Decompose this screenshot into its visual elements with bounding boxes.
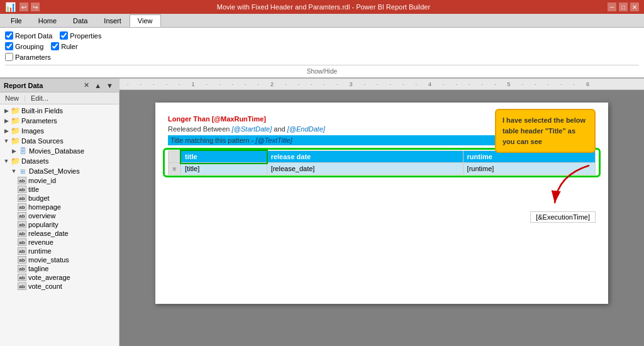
tree-parameters[interactable]: ▶ 📁 Parameters bbox=[0, 116, 119, 126]
checkbox-properties-input[interactable] bbox=[60, 31, 68, 40]
header-cell-release-date[interactable]: release date bbox=[267, 151, 463, 163]
tree-dataset-movies[interactable]: ▼ ⊞ DataSet_Movies bbox=[0, 166, 119, 176]
app-icon: 📊 bbox=[5, 2, 16, 12]
ribbon-row-1: Report Data Properties bbox=[5, 30, 639, 41]
parameters-folder-icon: 📁 bbox=[10, 116, 20, 125]
ribbon-view-content: Report Data Properties Grouping Ruler Pa… bbox=[0, 28, 644, 79]
undo-btn[interactable]: ↩ bbox=[19, 3, 28, 11]
red-arrow-indicator bbox=[545, 162, 596, 213]
sidebar-tree: ▶ 📁 Built-in Fields ▶ 📁 Parameters ▶ 📁 I… bbox=[0, 104, 119, 346]
expand-parameters-arrow: ▶ bbox=[3, 118, 10, 124]
table-container: title release date runtime ≡ bbox=[168, 150, 596, 175]
checkbox-properties[interactable]: Properties bbox=[60, 31, 101, 40]
checkbox-grouping-input[interactable] bbox=[5, 42, 13, 50]
title-bar: 📊 ↩ ↪ Movie with Fixed Header and Paramt… bbox=[0, 0, 644, 14]
ribbon-tabs: File Home Data Insert View bbox=[0, 14, 644, 28]
minimize-btn[interactable]: ─ bbox=[608, 3, 616, 11]
field-icon-vote-count: ab bbox=[18, 282, 26, 290]
execution-time-box: [&ExecutionTime] bbox=[530, 211, 596, 223]
tree-field-title[interactable]: ab title bbox=[0, 185, 119, 194]
field-icon-vote-average: ab bbox=[18, 274, 26, 281]
tree-field-popularity[interactable]: ab popularity bbox=[0, 220, 119, 229]
execution-time-row: [&ExecutionTime] bbox=[168, 211, 596, 223]
sidebar-controls: ✕ ▲ ▼ bbox=[82, 81, 115, 90]
report-data-panel: Report Data ✕ ▲ ▼ New | Edit... ▶ 📁 Buil… bbox=[0, 79, 119, 346]
canvas-area: ·····1·····2·····3·····4·····5·····6 I h… bbox=[119, 79, 644, 346]
ruler: ·····1·····2·····3·····4·····5·····6 bbox=[119, 79, 644, 90]
edit-button[interactable]: Edit... bbox=[28, 94, 51, 103]
ruler-content: ·····1·····2·····3·····4·····5·····6 bbox=[119, 81, 644, 87]
datasets-folder-icon: 📁 bbox=[10, 157, 20, 165]
report-empty-area bbox=[168, 175, 596, 206]
sidebar-close-btn[interactable]: ✕ bbox=[82, 81, 91, 90]
sidebar-up-btn[interactable]: ▲ bbox=[92, 81, 103, 90]
field-icon-popularity: ab bbox=[18, 221, 26, 228]
tree-field-runtime[interactable]: ab runtime bbox=[0, 247, 119, 255]
field-icon-revenue: ab bbox=[18, 238, 26, 246]
field-icon-overview: ab bbox=[18, 212, 26, 220]
checkbox-ruler-input[interactable] bbox=[51, 42, 59, 50]
expand-dataset-arrow: ▼ bbox=[10, 168, 18, 174]
callout-box: I have selected the below table header "… bbox=[495, 109, 596, 153]
redo-btn[interactable]: ↪ bbox=[31, 3, 40, 11]
tree-field-vote-count[interactable]: ab vote_count bbox=[0, 282, 119, 291]
checkbox-report-data[interactable]: Report Data bbox=[5, 31, 52, 40]
tab-home[interactable]: Home bbox=[30, 14, 65, 27]
tree-field-overview[interactable]: ab overview bbox=[0, 211, 119, 220]
checkbox-ruler[interactable]: Ruler bbox=[51, 42, 77, 50]
title-bar-window-controls: ↩ ↪ bbox=[19, 3, 40, 11]
row-handle-header bbox=[169, 151, 181, 163]
tree-movies-database[interactable]: ▶ 🗄 Movies_Database bbox=[0, 146, 119, 156]
tree-datasets[interactable]: ▼ 📁 Datasets bbox=[0, 156, 119, 166]
tree-field-vote-average[interactable]: ab vote_average bbox=[0, 273, 119, 282]
tree-images[interactable]: ▶ 📁 Images bbox=[0, 126, 119, 136]
report-canvas[interactable]: I have selected the below table header "… bbox=[119, 90, 644, 346]
field-icon-runtime: ab bbox=[18, 247, 26, 255]
ribbon-row-3: Parameters bbox=[5, 52, 639, 62]
tree-field-tagline[interactable]: ab tagline bbox=[0, 264, 119, 273]
checkbox-report-data-input[interactable] bbox=[5, 31, 13, 40]
checkbox-parameters[interactable]: Parameters bbox=[5, 53, 51, 61]
tree-field-budget[interactable]: ab budget bbox=[0, 194, 119, 203]
close-btn[interactable]: ✕ bbox=[630, 3, 639, 11]
header-cell-title[interactable]: title bbox=[181, 151, 267, 163]
show-hide-label: Show/Hide bbox=[5, 65, 639, 75]
tree-field-homepage[interactable]: ab homepage bbox=[0, 203, 119, 211]
checkbox-grouping[interactable]: Grouping bbox=[5, 42, 43, 50]
sidebar-header: Report Data ✕ ▲ ▼ bbox=[0, 79, 119, 92]
new-button[interactable]: New bbox=[3, 94, 21, 103]
expand-builtin-arrow: ▶ bbox=[3, 108, 10, 114]
tab-insert[interactable]: Insert bbox=[96, 14, 130, 27]
main-layout: Report Data ✕ ▲ ▼ New | Edit... ▶ 📁 Buil… bbox=[0, 79, 644, 346]
ruler-marks: ·····1·····2·····3·····4·····5·····6 bbox=[125, 81, 601, 87]
tab-file[interactable]: File bbox=[3, 14, 30, 27]
tree-field-release-date[interactable]: ab release_date bbox=[0, 229, 119, 238]
data-cell-title: [title] bbox=[181, 163, 267, 175]
window-control-buttons[interactable]: ─ □ ✕ bbox=[608, 3, 639, 11]
field-icon-release-date: ab bbox=[18, 230, 26, 237]
tab-data[interactable]: Data bbox=[65, 14, 96, 27]
sidebar-toolbar: New | Edit... bbox=[0, 92, 119, 104]
title-bar-left: 📊 ↩ ↪ bbox=[5, 2, 40, 12]
tree-datasources[interactable]: ▼ 📁 Data Sources bbox=[0, 136, 119, 146]
expand-images-arrow: ▶ bbox=[3, 128, 10, 134]
data-cell-release-date: [release_date] bbox=[267, 163, 463, 175]
report-page: I have selected the below table header "… bbox=[155, 103, 608, 304]
db-icon: 🗄 bbox=[18, 147, 28, 155]
field-icon-tagline: ab bbox=[18, 265, 26, 272]
tree-builtin-fields[interactable]: ▶ 📁 Built-in Fields bbox=[0, 106, 119, 116]
maximize-btn[interactable]: □ bbox=[619, 3, 628, 11]
tab-view[interactable]: View bbox=[130, 14, 161, 27]
tree-field-movie-id[interactable]: ab movie_id bbox=[0, 176, 119, 185]
field-icon-title: ab bbox=[18, 186, 26, 193]
report-table: title release date runtime ≡ bbox=[168, 150, 596, 175]
datasources-folder-icon: 📁 bbox=[10, 137, 20, 145]
tree-field-movie-status[interactable]: ab movie_status bbox=[0, 255, 119, 264]
window-title: Movie with Fixed Header and Paramters.rd… bbox=[217, 3, 430, 11]
tree-field-revenue[interactable]: ab revenue bbox=[0, 238, 119, 247]
field-icon-homepage: ab bbox=[18, 203, 26, 211]
checkbox-parameters-input[interactable] bbox=[5, 53, 13, 61]
dataset-table-icon: ⊞ bbox=[18, 167, 28, 176]
sidebar-down-btn[interactable]: ▼ bbox=[104, 81, 115, 90]
table-data-row: ≡ [title] [release_date] [runtime] bbox=[169, 163, 596, 175]
